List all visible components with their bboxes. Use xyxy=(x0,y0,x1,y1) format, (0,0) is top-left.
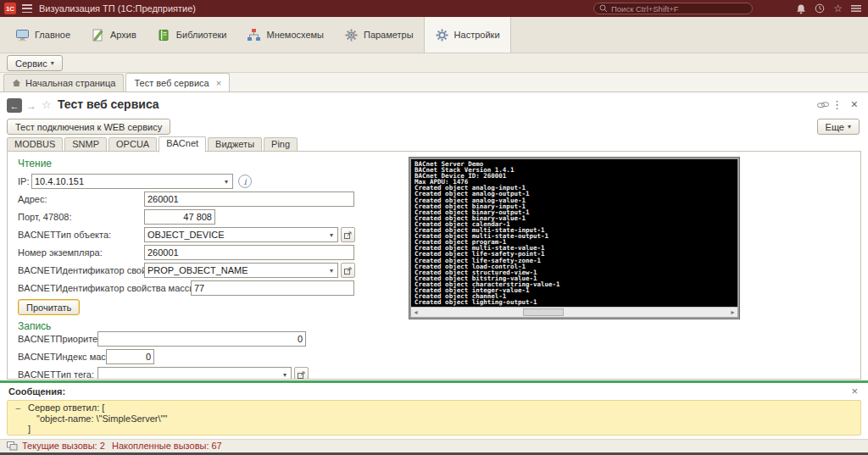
tab-close-icon[interactable]: × xyxy=(216,78,221,88)
search-icon xyxy=(599,4,608,13)
mnemonics-icon xyxy=(247,28,261,42)
write-section-title: Запись xyxy=(18,320,51,332)
window-more-icon[interactable]: ⋮ xyxy=(832,98,843,111)
ip-input[interactable] xyxy=(32,175,220,188)
home-icon xyxy=(12,79,21,87)
get-link-icon[interactable] xyxy=(817,101,829,109)
array-index-input[interactable] xyxy=(106,349,154,364)
page-title: Тест веб сервиса xyxy=(58,97,159,111)
ip-info-button[interactable]: i xyxy=(238,175,252,188)
window-close-icon[interactable]: × xyxy=(851,97,858,111)
read-section-title: Чтение xyxy=(18,158,52,169)
collapse-icon[interactable]: − xyxy=(15,403,20,413)
dropdown-icon[interactable]: ▾ xyxy=(326,264,337,277)
tab-ping[interactable]: Ping xyxy=(264,137,298,152)
console-output: BACnet Server DemoBACnet Stack Version 1… xyxy=(411,159,737,307)
ribbon-item-archive[interactable]: Архив xyxy=(81,17,147,53)
tag-type-label: BACNETТип тега: xyxy=(18,367,94,380)
ribbon-item-label: Архив xyxy=(110,30,136,40)
message-line: ] xyxy=(8,424,860,435)
message-line: "object-name: \"SimpleServer\"" xyxy=(8,413,860,424)
settings-gear-icon xyxy=(435,28,449,42)
test-web-service-button[interactable]: Тест подключения к WEB сервису xyxy=(7,119,170,135)
tag-type-open-button[interactable] xyxy=(294,367,309,380)
priority-label: BACNETПриоритет: xyxy=(18,331,104,347)
ribbon-item-label: Настройки xyxy=(454,30,500,40)
server-response-message: − Сервер ответил: [ "object-name: \"Simp… xyxy=(7,400,861,436)
form-window: ← → ☆ Тест веб сервиса ⋮ × Тест подключе… xyxy=(0,92,868,380)
libraries-icon xyxy=(157,28,171,42)
favorite-star-icon[interactable]: ☆ xyxy=(42,98,52,111)
object-type-input[interactable] xyxy=(145,228,326,241)
tag-type-input[interactable] xyxy=(98,368,279,380)
message-line: Сервер ответил: [ xyxy=(8,402,860,413)
1c-logo-icon: 1С xyxy=(4,3,16,14)
history-clock-icon[interactable] xyxy=(815,3,825,14)
more-actions-button[interactable]: Еще ▾ xyxy=(817,119,860,135)
ip-label: IP: xyxy=(18,174,29,189)
global-search[interactable] xyxy=(593,3,753,14)
ribbon-item-main[interactable]: Главное xyxy=(5,17,81,53)
tab-widgets[interactable]: Виджеты xyxy=(208,137,262,152)
property-id-open-button[interactable] xyxy=(341,263,355,278)
ribbon-item-libraries[interactable]: Библиотеки xyxy=(147,17,237,53)
address-label: Адрес: xyxy=(18,191,47,207)
test-web-service-label: Тест подключения к WEB сервису xyxy=(15,122,162,132)
tab-home-page[interactable]: Начальная страница xyxy=(3,74,124,92)
priority-input[interactable] xyxy=(97,331,306,347)
ribbon-item-parameters[interactable]: Параметры xyxy=(334,17,424,53)
accumulated-calls-status: Накопленные вызовы: 67 xyxy=(112,441,222,451)
messages-close-icon[interactable]: × xyxy=(851,385,858,397)
scroll-left-icon: ◄ xyxy=(411,308,420,317)
property-id-combo: ▾ xyxy=(144,263,338,278)
search-input[interactable] xyxy=(611,4,747,14)
main-menu-icon[interactable] xyxy=(22,4,32,13)
notifications-bell-icon[interactable] xyxy=(796,3,806,14)
bacnet-panel: Чтение IP: ▾ i Адрес: Порт, 47808: BACNE… xyxy=(7,151,861,380)
service-dropdown-button[interactable]: Сервис ▾ xyxy=(7,55,63,71)
dropdown-icon[interactable]: ▾ xyxy=(220,175,232,188)
address-input[interactable] xyxy=(144,191,354,207)
forward-button[interactable]: → xyxy=(24,98,39,113)
ribbon-item-mnemonics[interactable]: Мнемосхемы xyxy=(236,17,334,53)
service-menu-icon[interactable] xyxy=(851,4,861,13)
titlebar-icons: ☆ xyxy=(796,3,861,14)
more-button-label: Еще xyxy=(826,122,844,132)
status-bar: Текущие вызовы: 2 Накопленные вызовы: 67 xyxy=(0,439,868,452)
instance-input[interactable] xyxy=(144,245,354,260)
app-window: 1С Визуализация ТП (1С:Предприятие) ☆ Гл… xyxy=(0,0,868,455)
open-icon xyxy=(344,267,352,275)
chevron-down-icon: ▾ xyxy=(51,59,54,67)
tab-opcua[interactable]: OPCUA xyxy=(108,137,157,152)
bacnet-server-console-image: BACnet Server DemoBACnet Stack Version 1… xyxy=(409,158,739,319)
current-calls-status: Текущие вызовы: 2 xyxy=(22,441,105,451)
object-type-combo: ▾ xyxy=(144,227,338,242)
object-type-label: BACNETТип объекта: xyxy=(18,227,111,242)
main-icon xyxy=(15,28,30,42)
dropdown-icon[interactable]: ▾ xyxy=(326,228,337,241)
open-icon xyxy=(344,231,352,239)
favorites-star-icon[interactable]: ☆ xyxy=(833,3,843,14)
port-input[interactable] xyxy=(144,209,215,225)
array-property-id-input[interactable] xyxy=(191,280,354,296)
dropdown-icon[interactable]: ▾ xyxy=(279,368,291,380)
archive-icon xyxy=(91,28,105,42)
back-button[interactable]: ← xyxy=(7,98,22,113)
tab-bacnet[interactable]: BACnet xyxy=(159,136,206,153)
ribbon-item-label: Главное xyxy=(35,30,70,40)
tab-modbus[interactable]: MODBUS xyxy=(7,137,63,152)
read-button-label: Прочитать xyxy=(26,302,71,313)
console-horizontal-scrollbar: ◄ ► xyxy=(411,307,737,317)
tab-snmp[interactable]: SNMP xyxy=(64,137,107,152)
read-button[interactable]: Прочитать xyxy=(18,299,80,315)
object-type-open-button[interactable] xyxy=(341,227,355,242)
property-id-input[interactable] xyxy=(145,264,326,277)
messages-panel: Сообщения: × − Сервер ответил: [ "object… xyxy=(0,383,868,439)
tab-web-service-test[interactable]: Тест веб сервиса × xyxy=(125,73,230,92)
ribbon-item-settings[interactable]: Настройки xyxy=(424,17,511,53)
ribbon-item-label: Параметры xyxy=(364,30,414,40)
open-windows-tabbar: Начальная страница Тест веб сервиса × xyxy=(0,73,868,92)
scrollbar-thumb xyxy=(523,308,564,316)
scroll-right-icon: ► xyxy=(728,308,737,317)
titlebar: 1С Визуализация ТП (1С:Предприятие) ☆ xyxy=(0,0,868,17)
